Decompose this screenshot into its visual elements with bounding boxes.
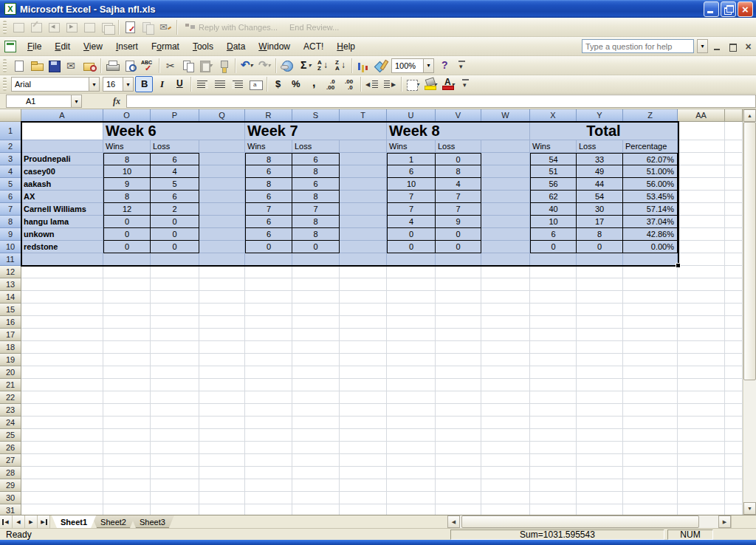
cell-Y21[interactable]: [577, 379, 623, 391]
row-header-27[interactable]: 27: [0, 454, 21, 467]
cell-A18[interactable]: [21, 341, 103, 354]
cell-Q3[interactable]: [199, 153, 245, 165]
cell-Z15[interactable]: [623, 304, 678, 316]
cell-O5[interactable]: 9: [103, 178, 151, 191]
cell-clip20[interactable]: [725, 366, 743, 379]
toolbar-drag-handle[interactable]: [3, 78, 7, 91]
cell-Q21[interactable]: [199, 379, 245, 391]
cell-AA11[interactable]: [678, 253, 725, 266]
cell-S9[interactable]: 8: [292, 228, 340, 241]
cell-T4[interactable]: [340, 165, 387, 178]
help-dropdown-icon[interactable]: [697, 39, 708, 53]
cell-Q7[interactable]: [199, 203, 245, 216]
cell-S4[interactable]: 8: [292, 165, 340, 178]
cell-A5[interactable]: aakash: [21, 178, 103, 191]
cell-S7[interactable]: 7: [292, 203, 340, 216]
cell-Z25[interactable]: [623, 429, 678, 442]
underline-button[interactable]: [171, 76, 188, 92]
cell-clip9[interactable]: [725, 228, 743, 241]
cell-S20[interactable]: [292, 366, 340, 379]
first-sheet-button[interactable]: [0, 515, 13, 528]
cell-T16[interactable]: [340, 316, 387, 329]
cell-Y10[interactable]: 0: [577, 241, 623, 253]
cell-S2[interactable]: Loss: [292, 140, 340, 153]
cell-A2[interactable]: [21, 140, 103, 153]
cell-O19[interactable]: [103, 354, 151, 366]
cell-V28[interactable]: [436, 467, 481, 479]
cell-W2[interactable]: [481, 140, 530, 153]
cell-Y28[interactable]: [577, 467, 623, 479]
cell-U8[interactable]: 4: [387, 216, 436, 228]
drawing-button[interactable]: [372, 58, 390, 74]
cell-Z9[interactable]: 42.86%: [623, 228, 678, 241]
cell-O1[interactable]: Week 6: [103, 122, 245, 140]
cell-R3[interactable]: 8: [245, 153, 292, 165]
cell-Q22[interactable]: [199, 391, 245, 404]
sheet-tab-sheet2[interactable]: Sheet2: [92, 515, 135, 528]
row-header-26[interactable]: 26: [0, 442, 21, 454]
cell-Y16[interactable]: [577, 316, 623, 329]
cell-Q8[interactable]: [199, 216, 245, 228]
row-header-20[interactable]: 20: [0, 366, 21, 379]
cell-V29[interactable]: [436, 479, 481, 492]
cell-Y9[interactable]: 8: [577, 228, 623, 241]
cell-O29[interactable]: [103, 479, 151, 492]
cell-W22[interactable]: [481, 391, 530, 404]
row-header-13[interactable]: 13: [0, 278, 21, 291]
cell-W10[interactable]: [481, 241, 530, 253]
spelling-button[interactable]: [139, 58, 157, 74]
cell-Q12[interactable]: [199, 266, 245, 278]
cell-O12[interactable]: [103, 266, 151, 278]
name-box[interactable]: A1: [6, 95, 71, 108]
undo-button[interactable]: [238, 58, 255, 74]
cell-R12[interactable]: [245, 266, 292, 278]
cell-O18[interactable]: [103, 341, 151, 354]
cell-T7[interactable]: [340, 203, 387, 216]
cell-X19[interactable]: [530, 354, 577, 366]
row-header-18[interactable]: 18: [0, 341, 21, 354]
cell-R22[interactable]: [245, 391, 292, 404]
previous-sheet-button[interactable]: [13, 515, 25, 528]
cell-AA17[interactable]: [678, 329, 725, 341]
cell-clip22[interactable]: [725, 391, 743, 404]
cell-clip1[interactable]: [725, 122, 743, 140]
cell-X5[interactable]: 56: [530, 178, 577, 191]
cell-W4[interactable]: [481, 165, 530, 178]
cell-W31[interactable]: [481, 504, 530, 515]
cell-T8[interactable]: [340, 216, 387, 228]
cell-A7[interactable]: Carnell Williams: [21, 203, 103, 216]
cell-Z8[interactable]: 37.04%: [623, 216, 678, 228]
cell-S6[interactable]: 8: [292, 191, 340, 203]
percent-button[interactable]: [287, 76, 305, 92]
cell-X23[interactable]: [530, 404, 577, 417]
cell-Z23[interactable]: [623, 404, 678, 417]
cell-AA26[interactable]: [678, 442, 725, 454]
hyperlink-button[interactable]: [278, 58, 296, 74]
cell-P8[interactable]: 0: [151, 216, 199, 228]
align-right-button[interactable]: [229, 76, 247, 92]
cell-X8[interactable]: 10: [530, 216, 577, 228]
font-dropdown-icon[interactable]: [89, 78, 99, 91]
cell-V24[interactable]: [436, 417, 481, 429]
cell-AA23[interactable]: [678, 404, 725, 417]
cell-Y30[interactable]: [577, 492, 623, 504]
cell-R4[interactable]: 6: [245, 165, 292, 178]
chart-wizard-button[interactable]: [354, 58, 372, 74]
cell-Y11[interactable]: [577, 253, 623, 266]
row-header-15[interactable]: 15: [0, 304, 21, 316]
cell-T28[interactable]: [340, 467, 387, 479]
cell-O16[interactable]: [103, 316, 151, 329]
menu-item-window[interactable]: Window: [252, 38, 297, 55]
cell-A10[interactable]: redstone: [21, 241, 103, 253]
cell-O17[interactable]: [103, 329, 151, 341]
cell-Z27[interactable]: [623, 454, 678, 467]
cell-U14[interactable]: [387, 291, 436, 304]
cell-AA30[interactable]: [678, 492, 725, 504]
cell-T6[interactable]: [340, 191, 387, 203]
cell-U11[interactable]: [387, 253, 436, 266]
cell-V18[interactable]: [436, 341, 481, 354]
cell-Z17[interactable]: [623, 329, 678, 341]
cell-P5[interactable]: 5: [151, 178, 199, 191]
cell-clip27[interactable]: [725, 454, 743, 467]
row-header-16[interactable]: 16: [0, 316, 21, 329]
